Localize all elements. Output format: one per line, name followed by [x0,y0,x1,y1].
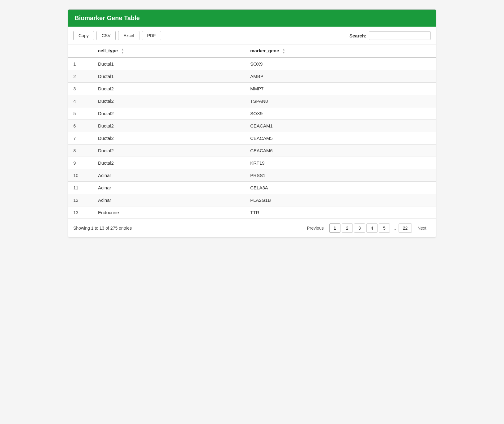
marker-gene-cell: TTR [245,206,436,219]
marker-gene-cell: CELA3A [245,182,436,194]
marker-gene-cell: PLA2G1B [245,194,436,206]
table-row: 7Ductal2CEACAM5 [68,132,436,145]
row-num-cell: 7 [68,132,93,145]
sort-icon-cell-type: ▲▼ [121,48,124,54]
next-button[interactable]: Next [413,223,431,233]
table-row: 12AcinarPLA2G1B [68,194,436,206]
marker-gene-cell: MMP7 [245,83,436,95]
entries-info: Showing 1 to 13 of 275 entries [73,226,132,231]
marker-gene-cell: KRT19 [245,157,436,169]
table-row: 10AcinarPRSS1 [68,169,436,182]
page-button-22[interactable]: 22 [399,223,412,233]
marker-gene-cell: SOX9 [245,107,436,120]
biomarker-table-container: Biomarker Gene Table Copy CSV Excel PDF … [68,9,436,237]
previous-button[interactable]: Previous [302,223,328,233]
page-ellipsis: ... [391,224,397,232]
search-label: Search: [349,33,366,38]
table-row: 8Ductal2CEACAM6 [68,145,436,157]
excel-button[interactable]: Excel [118,31,139,40]
data-table: cell_type ▲▼ marker_gene ▲▼ 1Ductal1SOX9… [68,45,436,219]
toolbar: Copy CSV Excel PDF Search: [68,27,436,45]
row-num-cell: 2 [68,70,93,83]
table-row: 11AcinarCELA3A [68,182,436,194]
page-button-4[interactable]: 4 [366,223,378,233]
marker-gene-cell: CEACAM1 [245,120,436,132]
table-row: 3Ductal2MMP7 [68,83,436,95]
cell-type-cell: Ductal2 [93,132,245,145]
cell-type-cell: Ductal2 [93,120,245,132]
cell-type-cell: Ductal2 [93,107,245,120]
row-num-cell: 8 [68,145,93,157]
marker-gene-cell: AMBP [245,70,436,83]
row-num-cell: 12 [68,194,93,206]
marker-gene-cell: CEACAM5 [245,132,436,145]
sort-icon-marker-gene: ▲▼ [282,48,285,54]
copy-button[interactable]: Copy [73,31,94,40]
row-num-cell: 3 [68,83,93,95]
cell-type-cell: Acinar [93,194,245,206]
row-num-cell: 1 [68,58,93,70]
col-cell-type[interactable]: cell_type ▲▼ [93,45,245,58]
cell-type-cell: Ductal1 [93,70,245,83]
page-button-3[interactable]: 3 [354,223,365,233]
cell-type-cell: Endocrine [93,206,245,219]
row-num-cell: 11 [68,182,93,194]
cell-type-cell: Ductal2 [93,95,245,107]
col-marker-gene[interactable]: marker_gene ▲▼ [245,45,436,58]
row-num-cell: 13 [68,206,93,219]
row-num-cell: 10 [68,169,93,182]
marker-gene-cell: CEACAM6 [245,145,436,157]
cell-type-cell: Acinar [93,169,245,182]
row-num-cell: 9 [68,157,93,169]
table-title: Biomarker Gene Table [68,10,436,27]
pagination: Previous 1 2 3 4 5 ... 22 Next [302,223,431,233]
pdf-button[interactable]: PDF [142,31,161,40]
cell-type-cell: Ductal2 [93,145,245,157]
col-num [68,45,93,58]
page-button-1[interactable]: 1 [329,223,340,233]
table-row: 2Ductal1AMBP [68,70,436,83]
row-num-cell: 6 [68,120,93,132]
csv-button[interactable]: CSV [96,31,116,40]
marker-gene-cell: SOX9 [245,58,436,70]
row-num-cell: 5 [68,107,93,120]
search-area: Search: [349,31,431,40]
cell-type-cell: Acinar [93,182,245,194]
table-body: 1Ductal1SOX92Ductal1AMBP3Ductal2MMP74Duc… [68,58,436,219]
cell-type-cell: Ductal2 [93,157,245,169]
table-row: 9Ductal2KRT19 [68,157,436,169]
page-button-5[interactable]: 5 [379,223,390,233]
table-footer: Showing 1 to 13 of 275 entries Previous … [68,219,436,237]
table-row: 4Ductal2TSPAN8 [68,95,436,107]
marker-gene-cell: TSPAN8 [245,95,436,107]
table-row: 5Ductal2SOX9 [68,107,436,120]
table-row: 13EndocrineTTR [68,206,436,219]
page-button-2[interactable]: 2 [342,223,353,233]
table-row: 1Ductal1SOX9 [68,58,436,70]
table-row: 6Ductal2CEACAM1 [68,120,436,132]
table-header-row: cell_type ▲▼ marker_gene ▲▼ [68,45,436,58]
search-input[interactable] [369,31,431,40]
marker-gene-cell: PRSS1 [245,169,436,182]
row-num-cell: 4 [68,95,93,107]
cell-type-cell: Ductal2 [93,83,245,95]
cell-type-cell: Ductal1 [93,58,245,70]
